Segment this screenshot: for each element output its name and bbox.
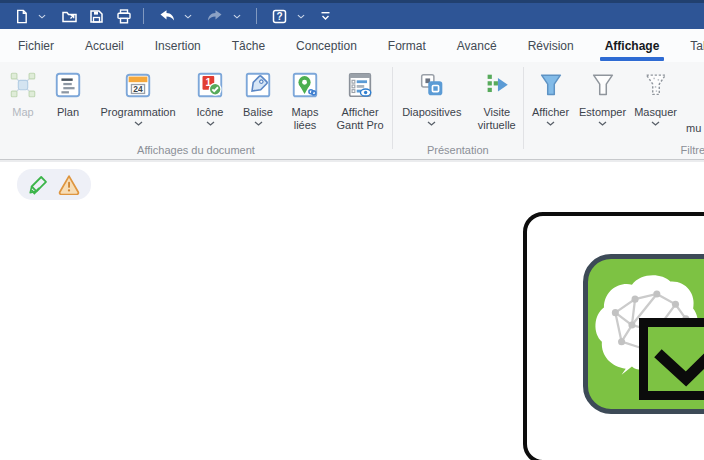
ribbon-button-label: Map (12, 106, 33, 119)
ribbon-button-visite-virtuelle[interactable]: Visite virtuelle (471, 67, 523, 132)
chevron-down-icon[interactable] (206, 121, 215, 126)
tab-affichage[interactable]: Affichage (603, 30, 662, 62)
ribbon-button-filtre-estomper[interactable]: Estomper (576, 67, 630, 126)
ribbon-button-label: Plan (57, 106, 79, 119)
chevron-down-icon[interactable] (182, 4, 194, 28)
icon-badge-icon: 1 (194, 69, 226, 101)
chevron-down-icon[interactable] (598, 121, 607, 126)
ribbon-group-affichages-du-document: Map Plan 24 Programmation (0, 62, 392, 159)
chevron-down-icon[interactable] (427, 121, 436, 126)
ribbon-tab-bar: Fichier Accueil Insertion Tâche Concepti… (0, 29, 704, 62)
tag-icon (242, 69, 274, 101)
quick-access-toolbar: ? (10, 4, 334, 28)
document-status-indicators (17, 169, 91, 200)
redo-icon[interactable] (204, 4, 227, 28)
checkmark-icon (648, 327, 704, 391)
tab-revision[interactable]: Révision (526, 30, 576, 62)
ribbon: Map Plan 24 Programmation (0, 62, 704, 160)
schedule-calendar-icon: 24 (122, 69, 154, 101)
save-icon[interactable] (85, 4, 108, 28)
ribbon-button-label: Afficher (341, 106, 378, 119)
ribbon-button-maps-liees[interactable]: Maps liées (282, 67, 328, 132)
ribbon-button-icone[interactable]: 1 Icône (186, 67, 234, 126)
tab-fichier[interactable]: Fichier (16, 30, 56, 62)
filter-dim-icon (587, 69, 619, 101)
ribbon-button-label: Afficher (532, 106, 569, 119)
new-document-icon[interactable] (10, 4, 32, 28)
chevron-down-icon[interactable] (36, 4, 48, 28)
ribbon-group-label: Affichages du document (0, 144, 392, 156)
spellcheck-ok-icon[interactable] (27, 174, 49, 196)
ribbon-group-filtre: Afficher Estomper Masquer (524, 62, 704, 159)
ribbon-group-label: Présentation (393, 144, 523, 156)
virtual-tour-icon (481, 69, 513, 101)
open-file-icon[interactable] (58, 4, 81, 28)
titlebar: ? (0, 0, 704, 29)
ribbon-button-afficher-gantt-pro[interactable]: Afficher Gantt Pro (328, 67, 392, 132)
gantt-pro-eye-icon (344, 69, 376, 101)
chevron-down-icon[interactable] (134, 121, 143, 126)
tab-tache[interactable]: Tâche (230, 30, 267, 62)
tab-tablette[interactable]: Tablette (688, 30, 704, 62)
chevron-down-icon[interactable] (546, 121, 555, 126)
ribbon-button-diapositives[interactable]: Diapositives (393, 67, 471, 126)
ribbon-button-label: liées (294, 119, 317, 132)
warning-icon[interactable] (57, 174, 81, 195)
chevron-down-icon[interactable] (651, 121, 660, 126)
ribbon-button-filtre-masquer[interactable]: Masquer (630, 67, 682, 126)
ribbon-button-label: Diapositives (402, 106, 461, 119)
tab-insertion[interactable]: Insertion (153, 30, 203, 62)
ribbon-group-label: Filtre (681, 144, 704, 156)
ribbon-button-label: Masquer (634, 106, 677, 119)
toolbar-separator (143, 8, 144, 24)
tab-avance[interactable]: Avancé (455, 30, 499, 62)
brain-logo (583, 254, 704, 414)
print-icon[interactable] (112, 4, 136, 28)
document-canvas[interactable] (0, 163, 704, 460)
chevron-down-icon[interactable] (254, 121, 263, 126)
mindmap-root-node[interactable] (523, 212, 704, 460)
ribbon-button-map[interactable]: Map (0, 67, 46, 119)
help-icon[interactable]: ? (268, 4, 291, 28)
chevron-down-icon[interactable] (295, 4, 307, 28)
ribbon-button-filtre-afficher[interactable]: Afficher (526, 67, 576, 126)
filter-hide-icon (640, 69, 672, 101)
ribbon-button-label: Programmation (100, 106, 175, 119)
clipped-ribbon-button-label: mu (686, 122, 701, 134)
tab-accueil[interactable]: Accueil (83, 30, 126, 62)
ribbon-group-presentation: Diapositives Visite virtuelle Présentati… (393, 62, 523, 159)
ribbon-button-label: Estomper (579, 106, 626, 119)
outline-view-icon (52, 69, 84, 101)
chevron-down-icon[interactable] (231, 4, 243, 28)
ribbon-button-label: Gantt Pro (336, 119, 383, 132)
svg-text:24: 24 (133, 84, 143, 94)
ribbon-button-label: Icône (197, 106, 224, 119)
svg-text:?: ? (276, 11, 282, 22)
customize-quick-access-icon[interactable] (317, 4, 334, 28)
undo-icon[interactable] (155, 4, 178, 28)
ribbon-button-label: virtuelle (478, 119, 516, 132)
ribbon-button-label: Balise (243, 106, 273, 119)
filter-show-icon (535, 69, 567, 101)
linked-maps-icon (289, 69, 321, 101)
tab-format[interactable]: Format (386, 30, 428, 62)
mindmap-view-icon (7, 69, 39, 101)
ribbon-button-plan[interactable]: Plan (46, 67, 90, 119)
ribbon-button-programmation[interactable]: 24 Programmation (90, 67, 186, 126)
ribbon-button-label: Maps (292, 106, 319, 119)
checkmark-box (639, 318, 704, 400)
slides-icon (416, 69, 448, 101)
tab-conception[interactable]: Conception (294, 30, 359, 62)
app-window: ? Fichier Accueil Insertion Tâche Concep… (0, 0, 704, 460)
ribbon-button-balise[interactable]: Balise (234, 67, 282, 126)
toolbar-separator (256, 8, 257, 24)
ribbon-button-label: Visite (483, 106, 510, 119)
